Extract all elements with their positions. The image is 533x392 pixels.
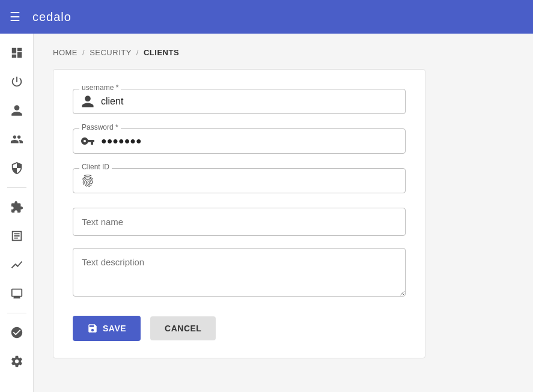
sidebar-item-chart[interactable] (5, 253, 29, 277)
username-value[interactable]: client (101, 96, 123, 107)
text-description-input[interactable] (73, 248, 406, 297)
sidebar-item-group[interactable] (5, 127, 29, 151)
save-button[interactable]: SAVE (73, 316, 141, 341)
form-card: username * client Password * ●●●●●●● (53, 69, 425, 358)
password-label: Password * (79, 123, 121, 131)
topbar: ☰ cedalo (0, 0, 533, 34)
password-value[interactable]: ●●●●●●● (101, 136, 142, 146)
username-label: username * (79, 83, 121, 92)
sidebar-item-person[interactable] (5, 98, 29, 122)
sidebar-divider-2 (7, 313, 26, 313)
breadcrumb-home[interactable]: HOME (53, 48, 78, 57)
sidebar-item-dashboard[interactable] (5, 41, 29, 65)
username-field-group: username * client (73, 89, 406, 114)
sidebar-item-settings[interactable] (5, 349, 29, 373)
sidebar-item-table[interactable] (5, 224, 29, 248)
save-icon (87, 323, 98, 334)
password-input-row: ●●●●●●● (81, 134, 398, 148)
content-area: HOME / SECURITY / CLIENTS username * cli… (34, 34, 533, 392)
sidebar-item-monitor[interactable] (5, 282, 29, 306)
password-field-group: Password * ●●●●●●● (73, 128, 406, 154)
menu-icon[interactable]: ☰ (10, 10, 20, 24)
app-logo: cedalo (32, 10, 72, 24)
fingerprint-icon (81, 173, 95, 188)
client-id-input-row (81, 173, 398, 188)
breadcrumb-current: CLIENTS (144, 48, 179, 57)
breadcrumb-sep-2: / (136, 48, 139, 57)
breadcrumb-sep-1: / (82, 48, 85, 57)
person-icon (81, 94, 95, 109)
breadcrumb: HOME / SECURITY / CLIENTS (53, 48, 514, 57)
sidebar (0, 34, 34, 392)
key-icon (81, 134, 95, 148)
sidebar-item-plugin[interactable] (5, 195, 29, 219)
sidebar-item-team[interactable] (5, 321, 29, 345)
sidebar-item-widgets[interactable] (5, 70, 29, 94)
cancel-button[interactable]: CANCEL (150, 316, 216, 340)
sidebar-item-security[interactable] (5, 156, 29, 180)
button-row: SAVE CANCEL (73, 316, 406, 341)
client-id-field-group: Client ID (73, 168, 406, 193)
breadcrumb-security[interactable]: SECURITY (90, 48, 132, 57)
main-layout: HOME / SECURITY / CLIENTS username * cli… (0, 34, 533, 392)
text-name-input[interactable] (73, 208, 406, 236)
username-input-row: client (81, 94, 398, 109)
client-id-label: Client ID (79, 163, 112, 171)
sidebar-divider-1 (7, 187, 26, 188)
